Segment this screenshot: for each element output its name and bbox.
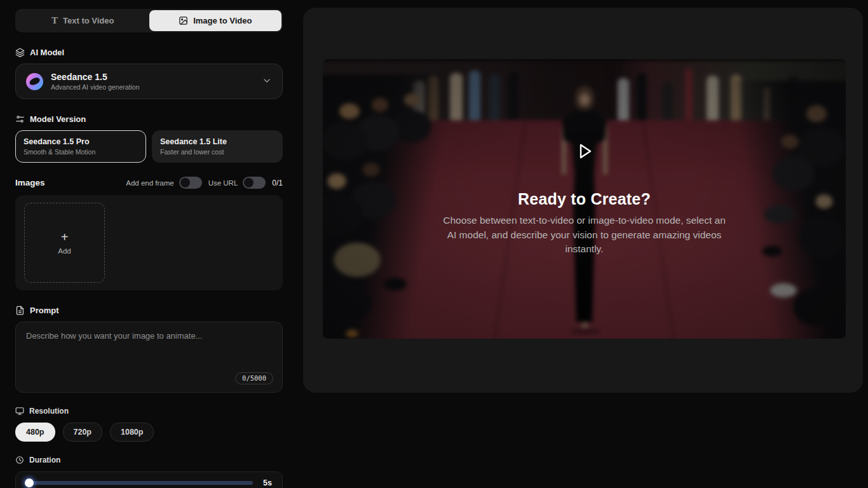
tab-text-to-video-label: Text to Video — [63, 16, 114, 25]
add-end-frame-label: Add end frame — [126, 179, 173, 187]
image-counter: 0/1 — [272, 179, 283, 187]
resolution-header: Resolution — [15, 407, 283, 416]
version-pro-name: Seedance 1.5 Pro — [24, 137, 138, 146]
document-icon — [15, 306, 25, 315]
preview-overlay: Ready to Create? Choose between text-to-… — [323, 59, 846, 339]
play-button[interactable] — [574, 140, 595, 162]
duration-value: 5s — [263, 478, 272, 487]
images-header-row: Images Add end frame Use URL 0/1 — [15, 177, 283, 189]
duration-slider-box: 5s — [15, 471, 283, 488]
resolution-label: Resolution — [29, 407, 69, 416]
ai-model-label: AI Model — [30, 48, 64, 57]
resolution-options: 480p 720p 1080p — [15, 423, 283, 442]
model-text: Seedance 1.5 Advanced AI video generatio… — [51, 72, 254, 91]
prompt-counter: 0/5000 — [235, 372, 273, 384]
tab-image-to-video-label: Image to Video — [193, 16, 252, 25]
prompt-box: 0/5000 — [15, 322, 283, 393]
use-url-toggle[interactable] — [243, 177, 266, 189]
tab-image-to-video[interactable]: Image to Video — [149, 10, 282, 31]
model-version-options: Seedance 1.5 Pro Smooth & Stable Motion … — [15, 130, 283, 163]
ai-model-header: AI Model — [15, 48, 283, 57]
clock-icon — [15, 456, 24, 464]
version-pro-description: Smooth & Stable Motion — [24, 148, 138, 156]
ready-description: Choose between text-to-video or image-to… — [438, 214, 731, 257]
model-version-label: Model Version — [30, 114, 86, 124]
version-card-pro[interactable]: Seedance 1.5 Pro Smooth & Stable Motion — [15, 130, 146, 163]
text-icon: T — [51, 16, 58, 25]
layers-icon — [15, 48, 25, 57]
play-icon — [574, 140, 595, 162]
preview-panel: Ready to Create? Choose between text-to-… — [303, 8, 863, 393]
model-description: Advanced AI video generation — [51, 83, 254, 91]
duration-label: Duration — [29, 456, 60, 464]
sidebar: T Text to Video Image to Video AI Model … — [15, 9, 283, 488]
toggle-knob — [244, 178, 254, 187]
prompt-label: Prompt — [30, 306, 59, 315]
add-image-label: Add — [58, 247, 71, 255]
app-root: T Text to Video Image to Video AI Model … — [0, 0, 868, 488]
images-label: Images — [15, 178, 126, 187]
version-card-lite[interactable]: Seedance 1.5 Lite Faster and lower cost — [152, 130, 283, 163]
prompt-header: Prompt — [15, 306, 283, 315]
tab-text-to-video[interactable]: T Text to Video — [17, 10, 149, 31]
duration-header: Duration — [15, 456, 283, 464]
version-lite-name: Seedance 1.5 Lite — [160, 137, 275, 146]
ready-title: Ready to Create? — [323, 190, 846, 208]
image-icon — [179, 16, 188, 25]
use-url-control: Use URL — [208, 177, 273, 189]
resolution-480p[interactable]: 480p — [15, 423, 55, 442]
add-end-frame-toggle[interactable] — [179, 177, 202, 189]
add-image-button[interactable]: + Add — [24, 203, 105, 283]
mode-tabs: T Text to Video Image to Video — [15, 9, 283, 32]
preview-image: Ready to Create? Choose between text-to-… — [323, 59, 846, 339]
sliders-icon — [15, 114, 25, 124]
toggle-knob — [180, 178, 190, 187]
plus-icon: + — [61, 231, 69, 243]
monitor-icon — [15, 407, 24, 416]
use-url-label: Use URL — [208, 179, 238, 187]
add-end-frame-control: Add end frame — [126, 177, 208, 189]
duration-slider[interactable] — [26, 481, 253, 485]
duration-slider-handle[interactable] — [25, 478, 34, 487]
model-version-header: Model Version — [15, 114, 283, 124]
seedance-logo-icon — [26, 73, 43, 90]
model-name: Seedance 1.5 — [51, 72, 254, 82]
resolution-1080p[interactable]: 1080p — [110, 423, 154, 442]
ai-model-dropdown[interactable]: Seedance 1.5 Advanced AI video generatio… — [15, 64, 283, 99]
resolution-720p[interactable]: 720p — [63, 423, 103, 442]
image-upload-panel: + Add — [15, 195, 283, 290]
version-lite-description: Faster and lower cost — [160, 148, 275, 156]
chevron-down-icon — [262, 76, 272, 88]
